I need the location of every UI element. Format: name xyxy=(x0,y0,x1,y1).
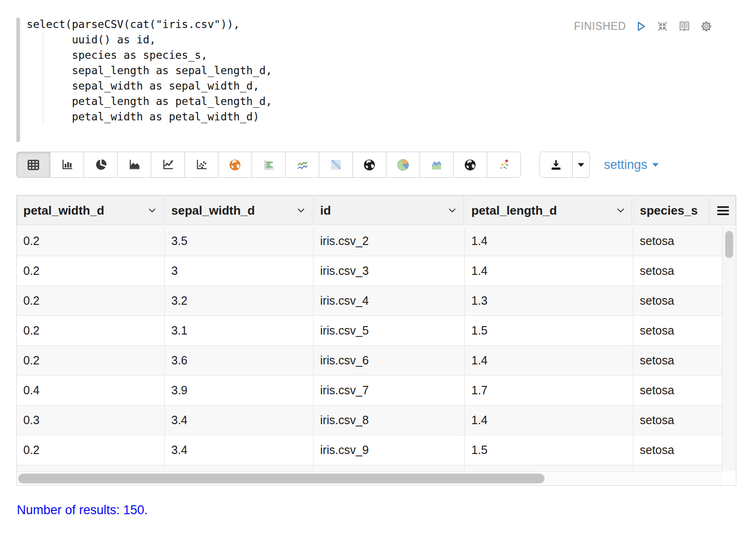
scatter-chart-icon xyxy=(195,158,209,172)
globe-orange-icon xyxy=(228,158,242,172)
scatter-colored-icon xyxy=(497,158,511,172)
chart-type-area-button[interactable] xyxy=(117,152,151,178)
download-split-button xyxy=(539,152,590,178)
chart-type-map-button[interactable] xyxy=(218,152,252,178)
table-cell: 3.5 xyxy=(165,226,314,256)
table-cell: 1.5 xyxy=(465,435,633,465)
table-row: 0.2 3.6 iris.csv_6 1.4 setosa xyxy=(17,346,722,376)
table-cell: 0.4 xyxy=(17,376,165,405)
download-button[interactable] xyxy=(539,152,573,178)
chart-type-pie-button[interactable] xyxy=(84,152,118,178)
table-cell: setosa xyxy=(633,256,722,286)
chart-type-globe-button[interactable] xyxy=(352,152,386,178)
bubble-chart-icon xyxy=(262,158,276,172)
chart-type-scatter-button[interactable] xyxy=(184,152,218,178)
table-row: 0.2 3.2 iris.csv_4 1.3 setosa xyxy=(17,286,722,316)
table-cell: 0.2 xyxy=(17,316,165,345)
status-badge: FINISHED xyxy=(574,20,626,33)
download-options-button[interactable] xyxy=(573,152,590,178)
table-cell xyxy=(314,465,465,471)
gear-icon xyxy=(700,20,713,33)
bar-chart-icon xyxy=(60,158,74,172)
code-line: petal_length as petal_length_d, xyxy=(27,94,530,109)
code-editor[interactable]: select(parseCSV(cat("iris.csv")), uuid()… xyxy=(16,17,530,125)
table-cell: iris.csv_3 xyxy=(314,256,465,286)
column-label: petal_width_d xyxy=(23,203,104,218)
download-icon xyxy=(549,158,563,172)
table-cell: setosa xyxy=(633,435,722,465)
column-header-species-s[interactable]: species_s xyxy=(633,196,709,225)
chart-type-group xyxy=(16,152,521,178)
run-icon xyxy=(635,20,647,33)
horizontal-scrollbar-thumb[interactable] xyxy=(18,474,545,483)
column-menu-button[interactable] xyxy=(710,196,736,225)
paragraph-controls: FINISHED xyxy=(574,20,713,33)
table-cell: 1.7 xyxy=(465,376,633,405)
table-cell: iris.csv_2 xyxy=(314,226,465,256)
column-label: petal_length_d xyxy=(471,203,557,218)
table-cell: 3.6 xyxy=(165,346,314,375)
table-cell: iris.csv_6 xyxy=(314,346,465,375)
table-row-partial xyxy=(17,465,722,471)
chart-type-area-colored-button[interactable] xyxy=(420,152,454,178)
report-view-button[interactable] xyxy=(678,20,691,33)
table-cell: setosa xyxy=(633,405,722,435)
table-cell: 3.9 xyxy=(165,376,314,405)
table-cell: 3.2 xyxy=(165,286,314,315)
area-chart-icon xyxy=(127,158,141,172)
column-header-sepal-width-d[interactable]: sepal_width_d xyxy=(165,196,313,225)
multi-line-chart-icon xyxy=(295,158,309,172)
sort-chevron-icon[interactable] xyxy=(297,208,305,213)
caret-down-icon xyxy=(578,163,584,167)
column-header-petal-width-d[interactable]: petal_width_d xyxy=(17,196,164,225)
table-cell: iris.csv_5 xyxy=(314,316,465,345)
code-line: petal_width as petal_width_d) xyxy=(27,109,530,125)
chart-type-globe2-button[interactable] xyxy=(453,152,487,178)
chart-type-heatmap-button[interactable] xyxy=(319,152,353,178)
editor-gutter xyxy=(16,18,20,142)
globe-dark-icon xyxy=(463,158,477,172)
chart-type-scatter-colored-button[interactable] xyxy=(487,152,521,178)
column-label: id xyxy=(320,203,331,218)
heatmap-icon xyxy=(329,158,343,172)
table-cell: 1.4 xyxy=(465,226,633,256)
pie-chart-colored-icon xyxy=(396,158,410,172)
chart-type-bar-button[interactable] xyxy=(50,152,84,178)
table-cell: 3.4 xyxy=(165,435,314,465)
chart-type-pie-colored-button[interactable] xyxy=(386,152,420,178)
table-cell: iris.csv_7 xyxy=(314,376,465,405)
table-cell: 1.3 xyxy=(465,286,633,315)
chart-type-bubble-button[interactable] xyxy=(252,152,286,178)
vertical-scrollbar-thumb[interactable] xyxy=(725,231,733,258)
table-cell: iris.csv_4 xyxy=(314,286,465,315)
collapse-button[interactable] xyxy=(656,20,669,33)
table-cell: setosa xyxy=(633,346,722,375)
chart-type-multiline-button[interactable] xyxy=(285,152,319,178)
chart-type-table-button[interactable] xyxy=(16,152,50,178)
display-toolbar: settings xyxy=(16,152,659,178)
sort-chevron-icon[interactable] xyxy=(148,208,156,213)
table-row: 0.2 3.4 iris.csv_9 1.5 setosa xyxy=(17,435,722,465)
caret-down-icon xyxy=(652,163,659,167)
table-row: 0.2 3.5 iris.csv_2 1.4 setosa xyxy=(17,226,722,256)
column-label: species_s xyxy=(640,203,698,218)
sort-chevron-icon[interactable] xyxy=(448,208,456,213)
run-button[interactable] xyxy=(635,20,647,33)
chart-type-line-button[interactable] xyxy=(151,152,185,178)
code-line: sepal_width as sepal_width_d, xyxy=(27,78,530,94)
pie-chart-icon xyxy=(94,158,108,172)
vertical-scrollbar[interactable] xyxy=(722,226,736,471)
table-cell xyxy=(17,465,165,471)
horizontal-scrollbar[interactable] xyxy=(17,471,722,485)
code-line: sepal_length as sepal_length_d, xyxy=(27,63,530,78)
settings-dropdown[interactable]: settings xyxy=(604,158,659,172)
results-count: Number of results: 150. xyxy=(17,503,148,517)
table-cell: setosa xyxy=(633,226,722,256)
column-menu-icon xyxy=(717,206,729,215)
table-cell: 1.4 xyxy=(465,346,633,375)
sort-chevron-icon[interactable] xyxy=(617,208,624,213)
paragraph-settings-button[interactable] xyxy=(700,20,713,33)
globe-dark-icon xyxy=(362,158,377,172)
column-header-petal-length-d[interactable]: petal_length_d xyxy=(465,196,632,225)
column-header-id[interactable]: id xyxy=(314,196,464,225)
